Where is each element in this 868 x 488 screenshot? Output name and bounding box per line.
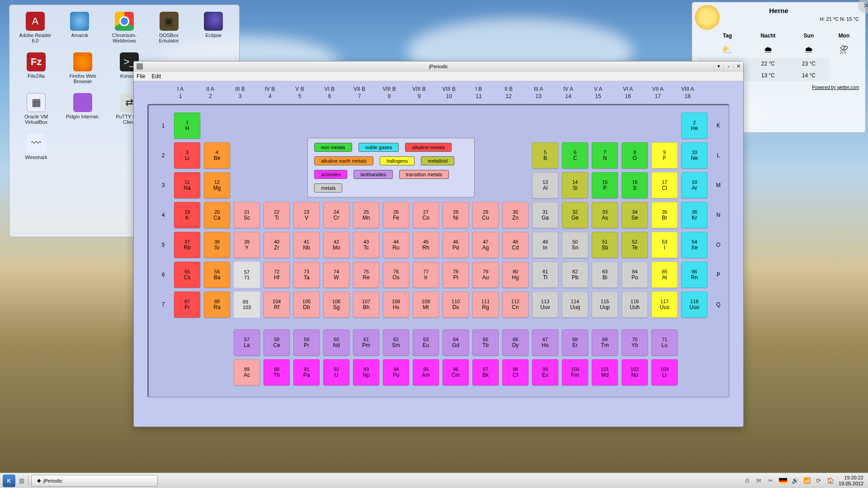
desktop-icon[interactable]: Amarok	[61, 12, 99, 43]
element-cell-Pm[interactable]: 61Pm	[353, 329, 379, 356]
element-cell-Es[interactable]: 99Es	[532, 359, 558, 385]
legend-transition-metals[interactable]: transition metals	[399, 170, 449, 179]
tray-mail-icon[interactable]: ✉	[755, 477, 763, 484]
element-cell-Pu[interactable]: 94Pu	[383, 359, 409, 385]
element-cell-Li[interactable]: 3Li	[174, 142, 200, 169]
window-titlebar[interactable]: jPeriodic ▾ ▫ ✕	[134, 61, 743, 71]
legend-alkaline-metals[interactable]: alkaline metals	[405, 143, 452, 152]
legend-actinides[interactable]: actinides	[314, 170, 347, 179]
element-cell-Re[interactable]: 75Re	[353, 262, 379, 288]
element-cell-Tm[interactable]: 69Tm	[592, 329, 618, 356]
element-cell-Ce[interactable]: 58Ce	[264, 329, 290, 356]
element-cell-Ne[interactable]: 10Ne	[681, 142, 708, 169]
desktop-icon[interactable]: Firefox Web Browser	[63, 52, 103, 84]
desktop-icon[interactable]: Chromium-Webbrows	[105, 12, 143, 43]
desktop-icon[interactable]: ▣DOSBox Emulator	[150, 12, 188, 43]
element-cell-Si[interactable]: 14Si	[562, 172, 588, 198]
element-cell-Gd[interactable]: 64Gd	[443, 329, 469, 356]
element-cell-Pb[interactable]: 82Pb	[562, 262, 588, 288]
taskbar-app-jperiodic[interactable]: ◆ jPeriodic	[31, 475, 158, 487]
element-cell-U[interactable]: 92U	[323, 359, 349, 385]
fblock-placeholder[interactable]: 5771	[234, 262, 260, 288]
element-cell-Ni[interactable]: 28Ni	[443, 202, 469, 228]
element-cell-Po[interactable]: 84Po	[622, 262, 648, 288]
element-cell-Ds[interactable]: 110Ds	[443, 291, 469, 318]
element-cell-As[interactable]: 33As	[592, 202, 618, 228]
element-cell-Br[interactable]: 35Br	[651, 202, 678, 228]
element-cell-Te[interactable]: 52Te	[622, 232, 648, 258]
element-cell-Mo[interactable]: 42Mo	[323, 232, 349, 258]
element-cell-H[interactable]: 1H	[174, 113, 200, 139]
element-cell-Er[interactable]: 68Er	[562, 329, 588, 356]
element-cell-Ac[interactable]: 89Ac	[234, 359, 260, 385]
element-cell-Xe[interactable]: 54Xe	[681, 232, 708, 258]
show-desktop-button[interactable]: ▥	[18, 477, 25, 484]
element-cell-Pa[interactable]: 91Pa	[293, 359, 320, 385]
element-cell-Uup[interactable]: 115Uup	[592, 291, 618, 318]
element-cell-I[interactable]: 53I	[651, 232, 678, 258]
tray-volume-icon[interactable]: 🔊	[792, 477, 799, 484]
element-cell-Uuo[interactable]: 118Uuo	[681, 291, 708, 318]
window-close-button[interactable]: ✕	[733, 62, 743, 70]
menu-file[interactable]: File	[137, 73, 145, 80]
element-cell-N[interactable]: 7N	[592, 142, 618, 169]
element-cell-Nb[interactable]: 41Nb	[293, 232, 320, 258]
element-cell-Ba[interactable]: 56Ba	[204, 262, 230, 288]
element-cell-Hf[interactable]: 72Hf	[264, 262, 290, 288]
taskbar-clock[interactable]: 19:20:22 19.05.2012	[839, 475, 865, 486]
element-cell-Sc[interactable]: 21Sc	[234, 202, 260, 228]
element-cell-Rf[interactable]: 104Rf	[264, 291, 290, 318]
element-cell-Cl[interactable]: 17Cl	[651, 172, 678, 198]
element-cell-Ar[interactable]: 18Ar	[681, 172, 708, 198]
element-cell-S[interactable]: 16S	[622, 172, 648, 198]
element-cell-Fm[interactable]: 100Fm	[562, 359, 588, 385]
element-cell-O[interactable]: 8O	[622, 142, 648, 169]
element-cell-He[interactable]: 2He	[681, 113, 708, 139]
element-cell-Ga[interactable]: 31Ga	[532, 202, 558, 228]
element-cell-Mg[interactable]: 12Mg	[204, 172, 230, 198]
element-cell-Tl[interactable]: 81Tl	[532, 262, 558, 288]
element-cell-Mt[interactable]: 109Mt	[413, 291, 439, 318]
element-cell-Ca[interactable]: 20Ca	[204, 202, 230, 228]
start-button[interactable]: K	[3, 474, 15, 487]
desktop-icon[interactable]: 〰Wireshark	[16, 134, 56, 160]
element-cell-Lu[interactable]: 71Lu	[651, 329, 678, 356]
desktop-icon[interactable]: Pidgin Internet-	[63, 93, 103, 125]
weather-close-button[interactable]: ✕	[858, 0, 868, 13]
element-cell-Os[interactable]: 76Os	[383, 262, 409, 288]
element-cell-Al[interactable]: 13Al	[532, 172, 558, 198]
element-cell-Cr[interactable]: 24Cr	[323, 202, 349, 228]
element-cell-Kr[interactable]: 36Kr	[681, 202, 708, 228]
element-cell-Sm[interactable]: 62Sm	[383, 329, 409, 356]
element-cell-Md[interactable]: 101Md	[592, 359, 618, 385]
tray-network-icon[interactable]: 📶	[803, 477, 811, 484]
element-cell-Uus[interactable]: 117Uus	[651, 291, 678, 318]
element-cell-Ge[interactable]: 32Ge	[562, 202, 588, 228]
menu-edit[interactable]: Edit	[151, 73, 161, 80]
desktop-icon[interactable]: FzFileZilla	[16, 52, 56, 84]
element-cell-Yb[interactable]: 70Yb	[622, 329, 648, 356]
legend-noble-gases[interactable]: noble gases	[359, 143, 399, 152]
element-cell-Cd[interactable]: 48Cd	[502, 232, 528, 258]
element-cell-Be[interactable]: 4Be	[204, 142, 230, 169]
tray-keyboard-layout-icon[interactable]	[779, 478, 787, 483]
element-cell-Co[interactable]: 27Co	[413, 202, 439, 228]
fblock-placeholder[interactable]: 89103	[234, 291, 260, 318]
element-cell-Tb[interactable]: 65Tb	[472, 329, 499, 356]
element-cell-Ho[interactable]: 67Ho	[532, 329, 558, 356]
window-maximize-button[interactable]: ▫	[723, 62, 733, 70]
legend-lanthanides[interactable]: lanthanides	[354, 170, 392, 179]
element-cell-Bk[interactable]: 97Bk	[472, 359, 499, 385]
element-cell-Np[interactable]: 93Np	[353, 359, 379, 385]
element-cell-Pt[interactable]: 78Pt	[443, 262, 469, 288]
window-minimize-button[interactable]: ▾	[713, 62, 723, 70]
element-cell-B[interactable]: 5B	[532, 142, 558, 169]
element-cell-Uuq[interactable]: 114Uuq	[562, 291, 588, 318]
element-cell-K[interactable]: 19K	[174, 202, 200, 228]
desktop-icon[interactable]: AAdobe Reader 6.0	[16, 12, 54, 43]
element-cell-Fe[interactable]: 26Fe	[383, 202, 409, 228]
legend-hallogens[interactable]: hallogens	[380, 156, 415, 165]
element-cell-Pr[interactable]: 59Pr	[293, 329, 320, 356]
element-cell-Dy[interactable]: 66Dy	[502, 329, 528, 356]
element-cell-Sg[interactable]: 106Sg	[323, 291, 349, 318]
